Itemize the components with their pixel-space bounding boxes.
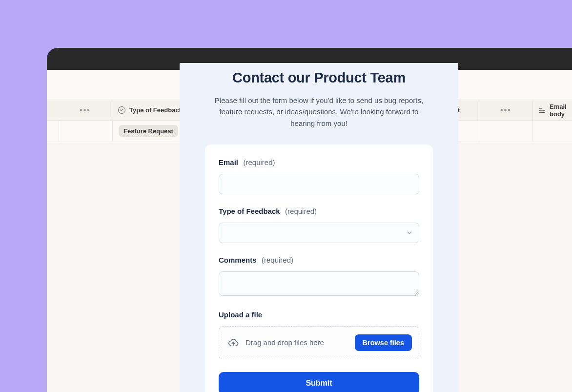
- field-label: Type of Feedback: [219, 207, 280, 215]
- field-required-hint: (required): [285, 207, 317, 215]
- field-label: Email: [219, 158, 238, 166]
- cloud-upload-icon: [228, 337, 239, 348]
- dots-icon: •••: [80, 106, 91, 115]
- column-label: Email body: [550, 103, 572, 118]
- column-label: Type of Feedback: [129, 106, 183, 114]
- field-required-hint: (required): [262, 256, 293, 264]
- upload-text: Drag and drop files here: [245, 338, 324, 347]
- browse-files-button[interactable]: Browse files: [355, 334, 412, 351]
- type-select[interactable]: [219, 223, 419, 243]
- row-menu2-cell: [479, 121, 533, 142]
- upload-left: Drag and drop files here: [228, 337, 324, 348]
- comments-textarea[interactable]: [219, 271, 419, 296]
- chevron-down-icon: [406, 229, 413, 236]
- field-required-hint: (required): [243, 158, 275, 166]
- column-type-of-feedback[interactable]: Type of Feedback: [112, 100, 189, 120]
- row-emailbody-cell: [533, 121, 572, 142]
- field-email: Email (required): [219, 158, 419, 194]
- text-lines-icon: [539, 107, 546, 113]
- column-email-body[interactable]: Email body: [533, 100, 572, 120]
- row-menu-cell: [59, 121, 113, 142]
- submit-button[interactable]: Submit: [219, 372, 419, 392]
- stub-cell: [47, 121, 59, 142]
- row-type-cell: Feature Request: [113, 121, 190, 142]
- email-input[interactable]: [219, 174, 419, 194]
- form-card: Email (required) Type of Feedback (requi…: [205, 144, 433, 392]
- upload-dropzone[interactable]: Drag and drop files here Browse files: [219, 326, 419, 359]
- field-label: Comments: [219, 256, 257, 264]
- form-description: Please fill out the form below if you'd …: [205, 95, 433, 129]
- contact-form-panel: Contact our Product Team Please fill out…: [180, 63, 458, 392]
- field-comments: Comments (required): [219, 256, 419, 298]
- field-upload: Upload a file Drag and drop files here B…: [219, 310, 419, 359]
- type-badge: Feature Request: [119, 125, 178, 137]
- field-label: Upload a file: [219, 310, 262, 319]
- stub-cell: [47, 100, 59, 120]
- column-menu[interactable]: •••: [59, 100, 112, 120]
- form-title: Contact our Product Team: [205, 70, 433, 86]
- dots-icon: •••: [500, 106, 511, 115]
- field-type-of-feedback: Type of Feedback (required): [219, 207, 419, 243]
- column-menu[interactable]: •••: [479, 100, 533, 120]
- check-circle-icon: [118, 106, 125, 114]
